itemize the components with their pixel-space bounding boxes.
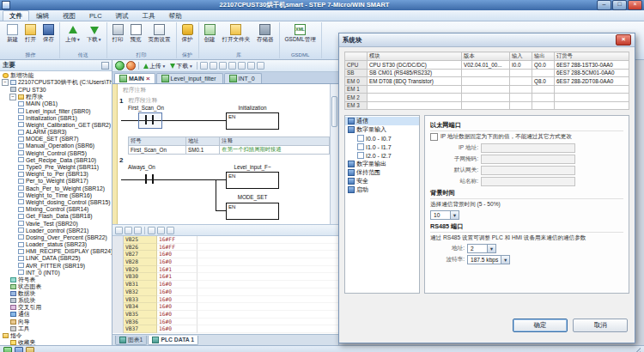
data-address-cell[interactable]: VB27 xyxy=(124,251,157,258)
save-button[interactable]: 保存 xyxy=(40,22,57,46)
editor-tab[interactable]: MAIN × xyxy=(114,73,155,83)
data-address-cell[interactable]: VB25 xyxy=(124,236,157,244)
data-row[interactable]: VB26 16#FF xyxy=(112,244,338,252)
tree-item[interactable]: 符号表 xyxy=(0,276,112,282)
new-button[interactable]: 新建 xyxy=(4,22,21,46)
background-time-select[interactable]: 10 ▼ xyxy=(430,210,459,220)
expander-icon[interactable] xyxy=(2,79,9,86)
page-setup-button[interactable]: 页面设置 xyxy=(146,22,173,46)
data-value-cell[interactable]: 16#0 xyxy=(157,288,197,296)
module-row[interactable]: EM 3 xyxy=(345,101,629,110)
ribbon-tab[interactable]: PLC xyxy=(82,10,109,21)
data-row[interactable]: VB27 16#0 xyxy=(112,251,338,258)
data-row[interactable]: VB25 16#FF xyxy=(112,236,338,244)
ok-button[interactable]: 确定 xyxy=(513,319,568,332)
tree-item[interactable]: INT_0 (INT0) xyxy=(0,269,112,276)
chart-icon[interactable] xyxy=(167,227,174,234)
system-block-tree-item[interactable]: 数字量输出 xyxy=(345,160,419,168)
tree-item[interactable]: HMI_RECIPE_DISPLAY (SBR24) xyxy=(0,248,112,255)
network-1-rung[interactable]: First_Scan_On Initialization EN xyxy=(119,105,330,134)
module-row[interactable]: SB SB CM01 (RS485/RS232) 6ES7 288-5CM01-… xyxy=(345,69,629,77)
tree-item[interactable]: 向导 xyxy=(0,319,112,325)
tree-item[interactable]: Loader_status (SBR23) xyxy=(0,241,112,248)
tree-item[interactable]: Mixing_Control (SBR14) xyxy=(0,206,112,213)
system-block-tree-item[interactable]: I2.0 - I2.7 xyxy=(345,151,419,160)
data-row[interactable]: VB28 16#0 xyxy=(112,258,338,266)
data-value-cell[interactable]: 16#0 xyxy=(157,258,197,266)
module-cell[interactable] xyxy=(368,85,462,94)
ribbon-tab[interactable]: 编辑 xyxy=(29,10,56,21)
data-value-cell[interactable]: 16#0 xyxy=(157,319,197,326)
compile-icon[interactable] xyxy=(219,62,227,70)
data-address-cell[interactable]: VB30 xyxy=(124,273,157,281)
data-address-cell[interactable]: VB32 xyxy=(124,288,157,296)
module-row[interactable]: EM 2 xyxy=(345,94,629,102)
network-2-rung[interactable]: Always_On Level_input_F~ EN MODE_SET EN xyxy=(119,164,330,224)
tree-item[interactable]: Initialization (SBR1) xyxy=(0,114,112,121)
tree-item[interactable]: MODE_SET (SBR7) xyxy=(0,136,112,143)
data-value-cell[interactable]: 16#0 xyxy=(157,325,197,333)
editor-tab[interactable]: INT_0 xyxy=(224,73,262,83)
ribbon-tab[interactable]: 调试 xyxy=(109,10,136,21)
tree-item[interactable]: ALARM (SBR3) xyxy=(0,129,112,136)
protect-button[interactable]: 保护 xyxy=(179,22,196,46)
data-page-tab[interactable]: PLC DATA 1 xyxy=(148,336,198,345)
insert-network-icon[interactable] xyxy=(200,62,208,70)
data-value-cell[interactable]: 16#0 xyxy=(157,311,197,319)
download-button[interactable]: 下载 xyxy=(84,22,104,46)
contact-symbol[interactable] xyxy=(145,174,147,184)
tree-item[interactable]: Get_Recipe_Data (SBR10) xyxy=(0,156,112,163)
data-value-cell[interactable]: 16#0 xyxy=(157,296,197,304)
editor-tab[interactable]: Level_input_filter xyxy=(156,73,223,83)
data-address-cell[interactable]: VB35 xyxy=(124,311,157,319)
system-block-tree-item[interactable]: 通信 xyxy=(345,117,419,125)
resize-grip[interactable] xyxy=(634,348,641,352)
tree-item[interactable]: Loader_control (SBR21) xyxy=(0,227,112,234)
data-address-cell[interactable]: VB26 xyxy=(124,244,157,252)
system-block-tree-item[interactable]: 保持范围 xyxy=(345,168,419,177)
data-row[interactable]: VB36 16#0 xyxy=(112,319,338,326)
close-tab-icon[interactable]: × xyxy=(146,76,150,82)
network-comment[interactable]: 程序段注释 xyxy=(128,96,157,105)
tree-item[interactable]: MAIN (OB1) xyxy=(0,100,112,107)
data-row[interactable]: VB31 16#0 xyxy=(112,281,338,288)
system-block-tree-item[interactable]: 数字量输入 xyxy=(345,125,419,134)
module-row[interactable]: EM 0 EM DT08 (8DQ Transistor) Q8.0 6ES7 … xyxy=(345,77,629,86)
data-value-cell[interactable]: 16#0 xyxy=(157,281,197,288)
tree-item[interactable]: Bach_Per_to_Weight (SBR12) xyxy=(0,185,112,191)
read-values-icon[interactable] xyxy=(148,227,155,234)
ladder-editor[interactable]: 程序注释 1 程序段注释 First_Scan_On Initializatio… xyxy=(112,84,338,224)
subroutine-box[interactable]: EN xyxy=(226,112,279,130)
tree-item[interactable]: LINK_DATA (SBR25) xyxy=(0,255,112,262)
data-address-cell[interactable]: VB29 xyxy=(124,266,157,274)
chevron-down-icon[interactable]: ▼ xyxy=(450,211,459,219)
symtab-row[interactable]: First_Scan_On SM0.1 在第一个扫描周期时接通 xyxy=(129,146,330,155)
tree-item[interactable]: Weight_to_Time (SBR16) xyxy=(0,191,112,198)
editor-upload-button[interactable]: 上传 xyxy=(142,62,167,70)
tree-item[interactable]: Level_input_filter (SBR0) xyxy=(0,107,112,114)
open-library-folder-button[interactable]: 打开文件夹 xyxy=(220,22,253,46)
expander-icon[interactable] xyxy=(9,94,16,100)
tree-item[interactable]: AVR_FITTER (SBR19) xyxy=(0,262,112,269)
print-button[interactable]: 打印 xyxy=(110,22,126,46)
insert-row-icon[interactable] xyxy=(125,227,132,234)
tree-item[interactable]: CPU ST30 xyxy=(0,86,112,93)
data-address-cell[interactable]: VB37 xyxy=(124,325,157,333)
chevron-down-icon[interactable]: ▼ xyxy=(487,245,495,252)
data-row[interactable]: VB30 16#1 xyxy=(112,273,338,281)
tree-item[interactable]: Type0_Pre_Weight (SBR11) xyxy=(0,163,112,170)
data-address-cell[interactable]: VB31 xyxy=(124,281,157,288)
minimize-button[interactable]: – xyxy=(597,0,611,10)
run-icon[interactable] xyxy=(115,61,125,70)
data-value-cell[interactable]: 16#0 xyxy=(157,251,197,258)
data-row[interactable]: VB37 16#0 xyxy=(112,325,338,333)
data-address-cell[interactable]: VB34 xyxy=(124,303,157,311)
module-cell[interactable] xyxy=(368,94,462,102)
upload-button[interactable]: 上传 xyxy=(63,22,82,46)
create-library-button[interactable]: 创建 xyxy=(202,22,218,46)
data-address-cell[interactable]: VB33 xyxy=(124,296,157,304)
tree-item[interactable]: Weight_dosing_Control (SBR15) xyxy=(0,198,112,205)
tree-item[interactable]: 22107CPUST30烘干机 (C:\Users\ThinkPa... xyxy=(0,79,112,86)
gsdml-manage-button[interactable]: GSDML管理 xyxy=(283,22,319,46)
cancel-button[interactable]: 取消 xyxy=(573,319,628,332)
